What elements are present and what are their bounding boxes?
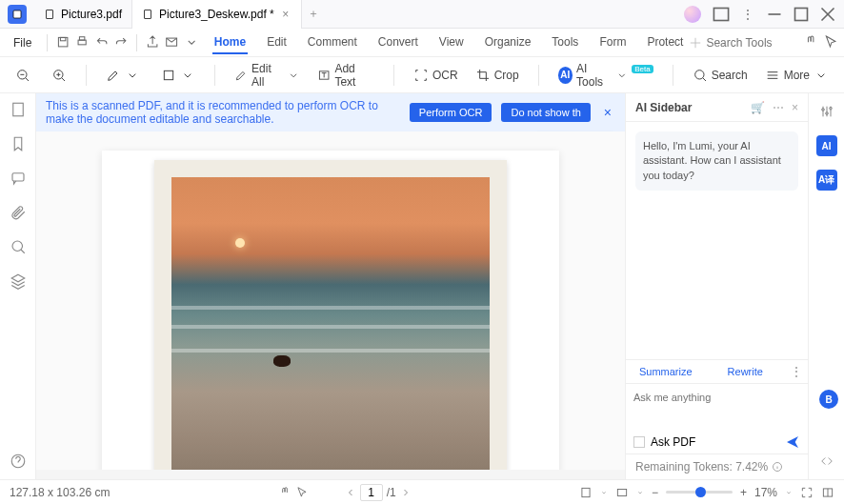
chevron-down-icon[interactable] (636, 489, 644, 496)
comments-icon[interactable] (10, 170, 27, 187)
rewrite-button[interactable]: Rewrite (706, 360, 786, 383)
zoom-out-button[interactable] (10, 64, 36, 87)
zoom-slider[interactable] (666, 491, 733, 494)
quick-more-icon[interactable]: ⋮ (785, 360, 808, 383)
zoom-in-button[interactable] (46, 64, 72, 87)
close-sidebar-icon[interactable]: × (792, 101, 798, 114)
shape-button[interactable] (155, 64, 201, 87)
svg-rect-8 (58, 38, 67, 47)
view-mode-icon[interactable] (579, 486, 593, 499)
perform-ocr-button[interactable]: Perform OCR (410, 103, 492, 122)
save-icon[interactable] (55, 32, 70, 53)
svg-point-24 (694, 70, 703, 78)
layers-icon[interactable] (10, 272, 27, 290)
prev-page-icon[interactable] (345, 487, 356, 498)
help-icon[interactable] (10, 453, 27, 470)
crop-button[interactable]: Crop (470, 64, 525, 87)
menu-edit[interactable]: Edit (265, 31, 289, 54)
edit-all-button[interactable]: Edit All (229, 58, 306, 92)
fullscreen-icon[interactable] (800, 486, 814, 499)
add-tab-button[interactable]: ＋ (302, 6, 325, 22)
horizontal-scrollbar[interactable] (36, 470, 625, 479)
zoom-minus[interactable]: − (652, 486, 658, 499)
menu-view[interactable]: View (437, 31, 466, 54)
read-mode-icon[interactable] (821, 486, 834, 499)
search-tools-input[interactable] (706, 36, 792, 50)
ask-input[interactable] (633, 392, 800, 420)
polaroid-frame (154, 160, 507, 479)
dont-show-button[interactable]: Do not show th (501, 103, 590, 122)
minimize-button[interactable] (762, 4, 787, 25)
tab-picture3[interactable]: Picture3.pdf (34, 0, 132, 29)
chevron-down-icon[interactable] (785, 489, 793, 496)
fit-icon[interactable] (615, 486, 629, 499)
thumbnails-icon[interactable] (10, 101, 27, 118)
menu-convert[interactable]: Convert (376, 31, 420, 54)
menu-tools[interactable]: Tools (550, 31, 580, 54)
user-avatar[interactable] (684, 6, 701, 23)
sliders-icon[interactable] (816, 101, 837, 122)
ai-tools-button[interactable]: AIAI ToolsBeta (553, 58, 659, 92)
search-tools[interactable] (689, 36, 792, 50)
chevron-down-icon[interactable] (600, 489, 608, 496)
ask-pdf-checkbox[interactable] (633, 436, 645, 448)
page-input[interactable] (360, 484, 383, 501)
maximize-button[interactable] (789, 4, 814, 25)
menu-protect[interactable]: Protect (645, 31, 685, 54)
hand-tool-icon[interactable] (278, 486, 291, 499)
send-icon[interactable] (785, 434, 800, 450)
menu-form[interactable]: Form (597, 31, 628, 54)
right-sidebar: AI A译 (808, 93, 844, 479)
status-bar: 127.18 x 103.26 cm /1 − + 17% (0, 479, 844, 504)
info-icon[interactable] (772, 461, 783, 473)
pdf-page (102, 151, 559, 479)
file-menu[interactable]: File (6, 32, 39, 53)
menu-organize[interactable]: Organize (483, 31, 533, 54)
ai-sidebar-title: AI Sidebar (635, 101, 692, 114)
svg-rect-9 (61, 38, 66, 41)
svg-rect-3 (713, 8, 728, 20)
cursor-tool-icon[interactable] (295, 486, 309, 499)
select-icon[interactable] (823, 32, 838, 53)
panel-icon[interactable] (709, 4, 733, 25)
kebab-icon[interactable]: ⋮ (735, 4, 760, 25)
svg-rect-45 (582, 488, 590, 496)
share-icon[interactable] (145, 32, 160, 53)
dropdown-icon[interactable] (184, 32, 199, 53)
banner-close-icon[interactable]: × (600, 105, 615, 120)
more-icon[interactable]: ⋯ (773, 101, 784, 114)
summarize-button[interactable]: Summarize (626, 360, 706, 383)
highlight-button[interactable] (100, 64, 146, 87)
attachments-icon[interactable] (10, 204, 27, 221)
ocr-banner: This is a scanned PDF, and it is recomme… (36, 93, 625, 131)
ai-sidebar: AI Sidebar 🛒 ⋯ × Hello, I'm Lumi, your A… (625, 93, 808, 479)
email-icon[interactable] (164, 32, 179, 53)
bookmarks-icon[interactable] (10, 135, 27, 152)
menu-home[interactable]: Home (212, 31, 248, 54)
next-page-icon[interactable] (400, 487, 412, 498)
expand-icon[interactable] (816, 451, 837, 472)
svg-rect-29 (12, 103, 23, 116)
svg-line-25 (702, 77, 705, 80)
tab-picture3-deskew[interactable]: Picture3_Deskew.pdf * × (132, 0, 302, 29)
ocr-button[interactable]: OCR (408, 64, 464, 87)
zoom-plus[interactable]: + (740, 486, 747, 499)
redo-icon[interactable] (113, 32, 129, 53)
menu-comment[interactable]: Comment (306, 31, 359, 54)
undo-icon[interactable] (94, 32, 110, 53)
ai-float-icon[interactable]: B (819, 390, 838, 409)
close-button[interactable] (815, 4, 840, 25)
ai-panel-icon[interactable]: AI (816, 135, 837, 156)
add-text-button[interactable]: Add Text (311, 58, 380, 92)
search-panel-icon[interactable] (10, 238, 27, 255)
cart-icon[interactable]: 🛒 (751, 101, 765, 114)
pdf-icon (142, 9, 153, 20)
search-button[interactable]: Search (687, 64, 754, 87)
translate-icon[interactable]: A译 (816, 170, 837, 191)
print-icon[interactable] (74, 32, 90, 53)
svg-line-19 (62, 77, 65, 80)
canvas[interactable] (36, 131, 625, 479)
hand-icon[interactable] (803, 32, 818, 53)
close-icon[interactable]: × (280, 9, 291, 20)
more-button[interactable]: More (759, 64, 834, 87)
